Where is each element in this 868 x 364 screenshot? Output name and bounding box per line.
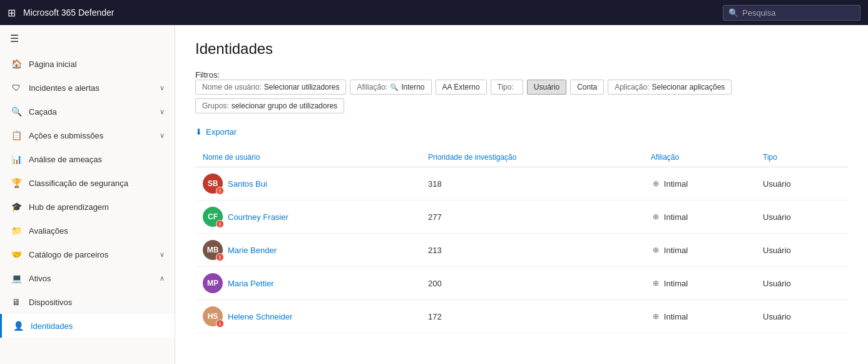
affiliation-prefix: Afiliação: <box>357 83 387 91</box>
sidebar-item-security[interactable]: 🏆 Classificação de segurança <box>0 171 175 195</box>
identities-table: Nome de usuário Prioridade de investigaç… <box>195 148 848 333</box>
avatar: HS ! <box>203 306 223 326</box>
user-name-link[interactable]: Maria Pettier <box>228 279 274 288</box>
sidebar-item-label: Ações e submissões <box>29 131 160 140</box>
warning-badge: ! <box>216 220 224 228</box>
grid-icon[interactable]: ⊞ <box>8 7 16 19</box>
type-user-label: Usuário <box>534 83 559 91</box>
col-priority[interactable]: Prioridade de investigação <box>421 148 643 167</box>
table-row: CF ! Courtney Frasier 277 ⊕ Intimal Usuá… <box>195 200 848 234</box>
col-type[interactable]: Tipo <box>755 148 848 167</box>
table-row: HS ! Helene Schneider 172 ⊕ Intimal Usuá… <box>195 300 848 333</box>
home-icon: 🏠 <box>10 58 23 70</box>
sidebar-item-label: Caçada <box>29 107 160 117</box>
filter-groups[interactable]: Grupos: selecionar grupo de utilizadores <box>195 98 344 113</box>
sidebar-item-evaluations[interactable]: 📁 Avaliações <box>0 219 175 242</box>
export-icon: ⬇ <box>195 127 202 137</box>
table-row: MB ! Marie Bender 213 ⊕ Intimal Usuário <box>195 234 848 267</box>
filter-type-label: Tipo: <box>491 80 523 95</box>
learning-icon: 🎓 <box>10 200 23 213</box>
affiliation-interno: Interno <box>401 83 424 91</box>
export-button[interactable]: ⬇ Exportar <box>195 123 237 140</box>
priority-cell: 172 <box>421 300 643 333</box>
actions-icon: 📋 <box>10 129 23 142</box>
affiliation-value: Intimal <box>664 246 688 255</box>
priority-cell: 213 <box>421 234 643 267</box>
filter-username[interactable]: Nome de usuário: Selecionar utilizadores <box>195 80 346 95</box>
affiliation-cell: ⊕ Intimal <box>643 200 755 234</box>
application-prefix: Aplicação: <box>615 83 649 91</box>
filters-section: Filtros: Nome de usuário: Selecionar uti… <box>195 70 848 113</box>
evaluations-icon: 📁 <box>10 224 23 237</box>
filter-application[interactable]: Aplicação: Selecionar aplicações <box>608 80 732 95</box>
affiliation-icon: ⊕ <box>651 245 661 255</box>
affiliation-value: Intimal <box>664 179 688 189</box>
affiliation-value: Intimal <box>664 212 688 222</box>
avatar: MB ! <box>203 240 223 260</box>
hunting-icon: 🔍 <box>10 105 23 118</box>
table-row: MP Maria Pettier 200 ⊕ Intimal Usuário <box>195 267 848 300</box>
sidebar-item-partners[interactable]: 🤝 Catálogo de parceiros ∨ <box>0 242 175 266</box>
avatar: MP <box>203 273 223 293</box>
sidebar-item-incidents[interactable]: 🛡 Incidentes e alertas ∨ <box>0 76 175 100</box>
sidebar-item-home[interactable]: 🏠 Página inicial <box>0 52 175 76</box>
type-cell: Usuário <box>755 200 848 234</box>
sidebar-item-label: Dispositivos <box>29 298 165 307</box>
hamburger-button[interactable]: ☰ <box>0 25 175 52</box>
type-cell: Usuário <box>755 267 848 300</box>
affiliation-cell: ⊕ Intimal <box>643 267 755 300</box>
topbar: ⊞ Microsoft 365 Defender 🔍 <box>0 0 868 25</box>
warning-badge: ! <box>216 187 224 195</box>
sidebar-item-label: Catálogo de parceiros <box>29 250 160 259</box>
affiliation-icon: ⊕ <box>651 212 661 222</box>
col-username[interactable]: Nome de usuário <box>195 148 421 167</box>
sidebar-item-label: Incidentes e alertas <box>29 83 160 93</box>
sidebar-item-threat[interactable]: 📊 Análise de ameaças <box>0 147 175 171</box>
filter-type-user[interactable]: Usuário <box>527 80 566 95</box>
user-name-link[interactable]: Marie Bender <box>228 246 277 255</box>
warning-badge: ! <box>216 253 224 261</box>
search-box[interactable]: 🔍 <box>723 5 860 21</box>
groups-value: selecionar grupo de utilizadores <box>232 101 337 110</box>
user-name-link[interactable]: Santos Bui <box>228 179 267 189</box>
identities-icon: 👤 <box>12 320 24 332</box>
priority-cell: 200 <box>421 267 643 300</box>
user-cell-santos-bui: SB ! Santos Bui <box>195 167 421 200</box>
user-name-link[interactable]: Helene Schneider <box>228 312 292 321</box>
search-input[interactable] <box>742 8 855 18</box>
filter-type-account[interactable]: Conta <box>570 80 604 95</box>
main-content: Identidades Filtros: Nome de usuário: Se… <box>175 25 868 364</box>
chevron-down-icon: ∨ <box>160 108 165 116</box>
layout: ☰ 🏠 Página inicial 🛡 Incidentes e alerta… <box>0 25 868 364</box>
sidebar-item-assets[interactable]: 💻 Ativos ∧ <box>0 266 175 290</box>
threat-icon: 📊 <box>10 153 23 165</box>
user-cell-maria-pettier: MP Maria Pettier <box>195 267 421 300</box>
security-icon: 🏆 <box>10 177 23 189</box>
filter-aa-externo[interactable]: AA Externo <box>436 80 487 95</box>
affiliation-value: Intimal <box>664 312 688 321</box>
affiliation-cell: ⊕ Intimal <box>643 300 755 333</box>
chevron-down-icon: ∨ <box>160 132 165 140</box>
filter-affiliation[interactable]: Afiliação: 🔍 Interno <box>350 80 431 95</box>
user-name-link[interactable]: Courtney Frasier <box>228 212 288 222</box>
user-cell-courtney-frasier: CF ! Courtney Frasier <box>195 200 421 234</box>
shield-icon: 🛡 <box>10 81 23 94</box>
type-cell: Usuário <box>755 234 848 267</box>
sidebar-item-hunting[interactable]: 🔍 Caçada ∨ <box>0 100 175 123</box>
sidebar-item-devices[interactable]: 🖥 Dispositivos <box>0 290 175 314</box>
application-value: Selecionar aplicações <box>652 83 725 91</box>
sidebar-item-identities[interactable]: 👤 Identidades <box>0 314 175 338</box>
affiliation-icon: ⊕ <box>651 311 661 321</box>
groups-prefix: Grupos: <box>202 101 229 110</box>
partners-icon: 🤝 <box>10 248 23 261</box>
col-affiliation[interactable]: Afiliação <box>643 148 755 167</box>
sidebar-item-learning[interactable]: 🎓 Hub de aprendizagem <box>0 195 175 219</box>
devices-icon: 🖥 <box>10 296 23 308</box>
avatar: CF ! <box>203 207 223 227</box>
affiliation-icon: 🔍 <box>390 83 399 91</box>
sidebar: ☰ 🏠 Página inicial 🛡 Incidentes e alerta… <box>0 25 175 364</box>
chevron-down-icon: ∨ <box>160 251 165 259</box>
sidebar-item-label: Identidades <box>31 321 165 331</box>
sidebar-item-actions[interactable]: 📋 Ações e submissões ∨ <box>0 123 175 147</box>
affiliation-value: Intimal <box>664 279 688 288</box>
